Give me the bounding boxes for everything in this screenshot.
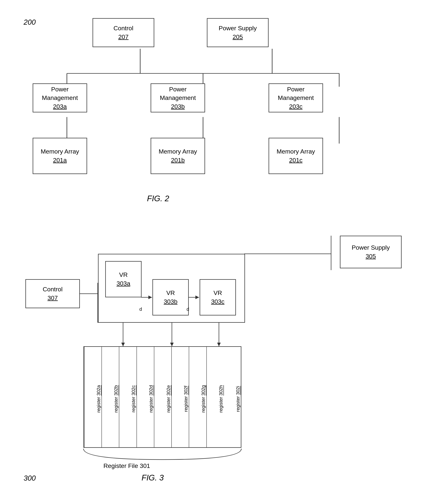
fig2-pmb-box: Power Management 203b [151,83,205,112]
fig2-mab-box: Memory Array 201b [151,138,205,174]
fig2-caption: FIG. 2 [147,194,169,203]
fig2-maa-box: Memory Array 201a [33,138,87,174]
fig3-register-302d: register 302d [137,347,154,447]
fig3-vrc-text: VR [214,289,222,297]
fig2-label: 200 [23,18,36,26]
fig3-control-text: Control [43,285,63,294]
fig2-mac-box: Memory Array 201c [269,138,323,174]
fig3-vra-box: VR 303a [105,261,142,297]
fig2-control-text: Control [114,24,133,33]
fig2-maa-text: Memory Array [41,147,79,156]
fig3-d-indicator-2: d [187,306,189,312]
fig2-power-text: Power Supply [219,24,257,33]
fig3-diagram: Power Supply 305 Control 307 VR 303a VR … [15,230,412,488]
fig3-vrb-text: VR [166,289,175,297]
fig2-pmb-ref: 203b [171,102,185,111]
fig2-power-ref: 205 [233,33,243,41]
fig3-register-302f: register 302f [171,347,189,447]
fig2-maa-ref: 201a [53,156,67,165]
fig2-pmc-ref: 203c [289,102,303,111]
fig3-regfile-outer: register 302aregister 302bregister 302cr… [84,346,241,448]
fig3-regfile-ref: 301 [140,462,150,469]
fig2-diagram: 200 Control 20 [15,11,412,219]
fig2-mac-ref: 201c [289,156,303,165]
svg-marker-17 [170,343,174,346]
fig3-register-302g: register 302g [189,347,206,447]
fig3-register-302e: register 302e [154,347,171,447]
fig3-power-box: Power Supply 305 [340,236,402,268]
fig3-vrc-box: VR 303c [200,279,236,315]
fig2-control-ref: 207 [118,33,129,41]
fig2-pma-text: Power Management [33,85,87,102]
fig2-mab-text: Memory Array [159,147,197,156]
fig2-pma-box: Power Management 203a [33,83,87,112]
fig3-caption: FIG. 3 [142,473,164,482]
fig3-d-indicator-1: d [139,306,142,312]
fig2-pmb-text: Power Management [151,85,205,102]
fig3-register-302b: register 302b [101,347,119,447]
fig3-control-ref: 307 [47,294,58,302]
fig2-pma-ref: 203a [53,102,67,111]
fig3-register-302c: register 302c [119,347,136,447]
fig2-mac-text: Memory Array [277,147,315,156]
fig3-regfile-label: Register File 301 [103,462,150,469]
fig3-label: 300 [23,474,36,482]
fig3-register-302a: register 302a [84,347,101,447]
svg-marker-18 [217,343,221,346]
fig3-power-ref: 305 [366,252,376,261]
fig3-brace [80,447,245,461]
fig2-mab-ref: 201b [171,156,185,165]
fig3-control-box: Control 307 [25,279,80,308]
fig2-pmc-box: Power Management 203c [269,83,323,112]
fig3-vra-text: VR [119,270,128,279]
fig2-pmc-text: Power Management [269,85,322,102]
fig3-register-302i: register 302i [224,347,241,447]
fig3-vra-ref: 303a [116,279,130,288]
page: { "fig2": { "label": "200", "caption": "… [0,0,427,504]
fig2-power-box: Power Supply 205 [207,18,269,47]
fig3-vrb-box: VR 303b [152,279,189,315]
fig3-power-text: Power Supply [352,243,390,252]
fig3-vrc-ref: 303c [211,297,224,306]
fig3-register-302h: register 302h [206,347,224,447]
svg-marker-16 [121,343,125,346]
fig3-vrb-ref: 303b [164,297,177,306]
fig2-control-box: Control 207 [92,18,154,47]
